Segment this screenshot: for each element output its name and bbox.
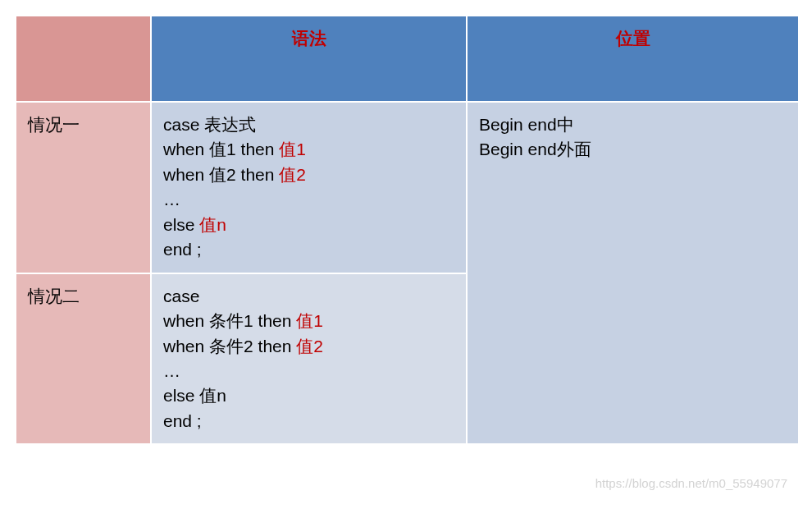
header-position: 位置 bbox=[467, 16, 799, 102]
case-syntax-table: 语法 位置 情况一 case 表达式 when 值1 then 值1 when … bbox=[15, 15, 800, 445]
watermark-text: https://blog.csdn.net/m0_55949077 bbox=[595, 476, 787, 490]
c2-line2a: when 条件1 then bbox=[163, 311, 296, 330]
position-cell: Begin end中 Begin end外面 bbox=[467, 102, 799, 444]
position-line1: Begin end中 bbox=[479, 115, 574, 134]
c2-line1: case bbox=[163, 287, 199, 305]
c1-line4: … bbox=[163, 190, 180, 209]
c2-line6: end ; bbox=[163, 411, 202, 430]
syntax-cell-case1: case 表达式 when 值1 then 值1 when 值2 then 值2… bbox=[151, 102, 467, 273]
c1-line5b: 值n bbox=[199, 215, 226, 234]
c1-line6: end ; bbox=[163, 240, 202, 259]
c2-line4: … bbox=[163, 361, 180, 380]
c1-line1: case 表达式 bbox=[163, 115, 256, 134]
c2-line3a: when 条件2 then bbox=[163, 337, 296, 355]
c1-line5a: else bbox=[163, 215, 199, 234]
syntax-cell-case2: case when 条件1 then 值1 when 条件2 then 值2 …… bbox=[151, 273, 467, 445]
row-label-case2: 情况二 bbox=[16, 273, 151, 445]
position-line2: Begin end外面 bbox=[479, 140, 591, 158]
c1-line3a: when 值2 then bbox=[163, 165, 279, 184]
row-label-case1: 情况一 bbox=[16, 102, 151, 273]
c2-line2b: 值1 bbox=[296, 311, 323, 330]
c1-line2b: 值1 bbox=[279, 140, 306, 158]
c2-line5: else 值n bbox=[163, 386, 226, 405]
c2-line3b: 值2 bbox=[296, 337, 323, 355]
c1-line3b: 值2 bbox=[279, 165, 306, 184]
header-syntax: 语法 bbox=[151, 16, 467, 102]
header-blank-cell bbox=[16, 16, 151, 102]
c1-line2a: when 值1 then bbox=[163, 140, 279, 158]
